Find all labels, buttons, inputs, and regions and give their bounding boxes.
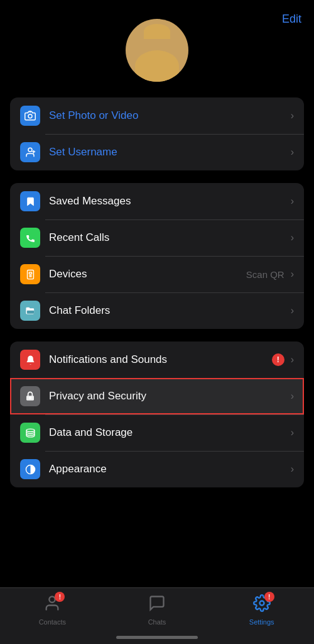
svg-point-12 [26, 429, 35, 431]
chevron-icon: › [291, 391, 294, 402]
settings-nav-group: Notifications and Sounds ! › Privacy and… [10, 341, 304, 487]
svg-rect-9 [26, 310, 33, 313]
svg-rect-6 [29, 272, 31, 274]
tab-contacts[interactable]: ! Contacts [0, 594, 105, 626]
lock-icon [20, 386, 40, 406]
phone-icon [20, 228, 40, 248]
storage-icon [20, 423, 40, 443]
data-storage-label: Data and Storage [49, 426, 288, 439]
camera-icon [20, 106, 40, 126]
data-storage-item[interactable]: Data and Storage › [10, 414, 304, 451]
chevron-icon: › [291, 464, 294, 475]
chevron-icon: › [291, 354, 294, 365]
chevron-icon: › [291, 147, 294, 158]
privacy-security-label: Privacy and Security [49, 390, 288, 402]
appearance-item[interactable]: Appearance › [10, 451, 304, 487]
scan-qr-sub: Scan QR [246, 269, 284, 280]
chat-folders-item[interactable]: Chat Folders › [10, 292, 304, 329]
devices-item[interactable]: Devices Scan QR › [10, 256, 304, 292]
folders-icon [20, 301, 40, 321]
settings-badge: ! [264, 592, 274, 602]
notifications-label: Notifications and Sounds [49, 353, 272, 366]
settings-tab-label: Settings [249, 618, 274, 626]
settings-tab-icon: ! [253, 594, 271, 616]
notifications-item[interactable]: Notifications and Sounds ! › [10, 341, 304, 378]
chevron-icon: › [291, 269, 294, 280]
chats-tab-label: Chats [148, 618, 166, 626]
chevron-icon: › [291, 110, 294, 121]
notification-badge: ! [272, 353, 284, 366]
tab-settings[interactable]: ! Settings [209, 594, 314, 626]
chevron-icon: › [291, 305, 294, 316]
profile-actions-group: Set Photo or Video › Set Username › [10, 97, 304, 170]
svg-point-14 [259, 601, 264, 606]
username-icon [20, 142, 40, 162]
svg-point-2 [28, 148, 32, 152]
set-photo-item[interactable]: Set Photo or Video › [10, 97, 304, 134]
recent-calls-item[interactable]: Recent Calls › [10, 219, 304, 256]
bookmark-icon [20, 191, 40, 211]
contacts-badge: ! [55, 592, 65, 602]
chats-tab-icon [148, 594, 166, 616]
chevron-icon: › [291, 427, 294, 438]
main-nav-group: Saved Messages › Recent Calls › Devic [10, 183, 304, 329]
avatar [126, 19, 188, 82]
devices-label: Devices [49, 268, 246, 280]
edit-button[interactable]: Edit [282, 13, 301, 26]
bell-icon [20, 350, 40, 370]
svg-point-0 [28, 114, 32, 118]
tab-chats[interactable]: Chats [105, 594, 210, 626]
chevron-icon: › [291, 196, 294, 207]
chat-folders-label: Chat Folders [49, 304, 288, 317]
privacy-security-item[interactable]: Privacy and Security › [10, 378, 304, 414]
appearance-icon [20, 459, 40, 479]
chevron-icon: › [291, 232, 294, 243]
set-username-item[interactable]: Set Username › [10, 134, 304, 170]
set-photo-label: Set Photo or Video [49, 109, 288, 122]
recent-calls-label: Recent Calls [49, 231, 288, 244]
contacts-tab-label: Contacts [39, 618, 66, 626]
appearance-label: Appearance [49, 463, 288, 475]
main-content: Set Photo or Video › Set Username › [0, 97, 314, 587]
svg-point-11 [30, 397, 31, 399]
set-username-label: Set Username [49, 146, 288, 158]
home-indicator [116, 636, 198, 639]
saved-messages-label: Saved Messages [49, 195, 288, 208]
devices-icon [20, 264, 40, 284]
contacts-tab-icon: ! [43, 594, 61, 616]
saved-messages-item[interactable]: Saved Messages › [10, 183, 304, 219]
